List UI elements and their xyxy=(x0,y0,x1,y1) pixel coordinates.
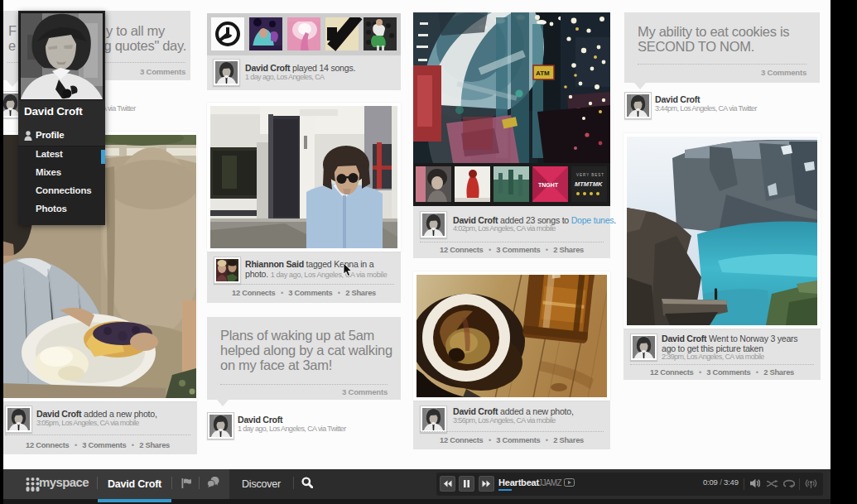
svg-text:TNGHT: TNGHT xyxy=(538,182,559,188)
svg-text:ATM: ATM xyxy=(536,70,550,77)
svg-text:VERY BEST: VERY BEST xyxy=(576,173,604,177)
svg-text:MTMTMK: MTMTMK xyxy=(575,180,603,188)
